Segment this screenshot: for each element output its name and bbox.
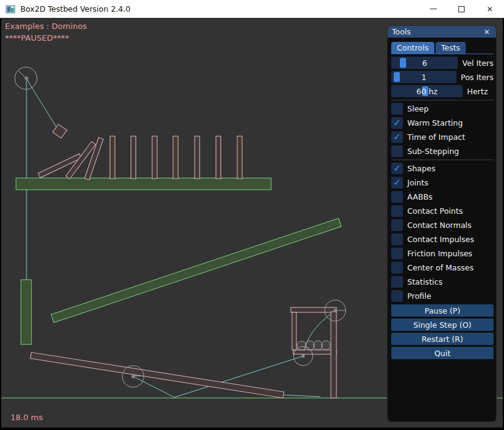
slider-vel-iters[interactable]: 6	[391, 57, 458, 69]
frame-left-post	[292, 312, 296, 350]
tools-panel-body: ControlsTests 6Vel Iters1Pos Iters60 hzH…	[388, 38, 496, 359]
box2d-testbed-window: { "window": { "title": "Box2D Testbed Ve…	[0, 0, 504, 430]
diagonal-green-plank	[51, 218, 341, 322]
checkbox-contact-impulses[interactable]	[391, 233, 403, 245]
checkbox-label: AABBs	[407, 192, 433, 201]
panel-close-icon[interactable]: ✕	[482, 28, 492, 36]
upright-domino-1	[110, 136, 115, 179]
joint-pendulum-to-box	[26, 79, 59, 131]
frame-time-label: 18.0 ms	[10, 413, 43, 422]
tools-panel-title: Tools	[392, 27, 482, 36]
checkbox-row-warm-starting: ✓Warm Starting	[391, 117, 494, 129]
restart-r-button[interactable]: Restart (R)	[391, 333, 494, 345]
upright-domino-5	[195, 136, 200, 179]
checkbox-sleep[interactable]	[391, 103, 403, 115]
dynamic-bodies	[30, 124, 336, 398]
maximize-button[interactable]	[447, 0, 476, 18]
slider-label: Hertz	[467, 87, 488, 96]
domino-platform	[16, 178, 271, 190]
checkbox-label: Statistics	[407, 277, 442, 286]
paused-label: ****PAUSED****	[5, 33, 69, 43]
checkbox-group-draw: ✓Shapes✓JointsAABBsContact PointsContact…	[391, 163, 494, 302]
checkbox-label: Sub-Stepping	[407, 147, 459, 156]
checkbox-contact-normals[interactable]	[391, 219, 403, 231]
checkbox-label: Shapes	[407, 164, 436, 173]
slider-hertz[interactable]: 60 hz	[391, 85, 463, 97]
checkbox-label: Friction Impulses	[407, 249, 473, 258]
checkbox-label: Profile	[407, 291, 431, 301]
slider-label: Pos Iters	[461, 73, 494, 82]
checkbox-row-aabbs: AABBs	[391, 191, 494, 203]
slider-rows: 6Vel Iters1Pos Iters60 hzHertz	[391, 57, 494, 97]
ball-1	[297, 341, 306, 351]
separator	[391, 100, 494, 100]
checkbox-contact-points[interactable]	[391, 205, 403, 217]
checkbox-label: Sleep	[407, 104, 429, 113]
ball-3	[314, 341, 323, 350]
checkbox-label: Contact Normals	[407, 221, 471, 230]
checkbox-row-shapes: ✓Shapes	[391, 163, 494, 174]
close-icon: ✕	[487, 5, 493, 14]
anchor-markers	[25, 77, 337, 378]
tab-controls[interactable]: Controls	[391, 42, 434, 54]
frame-shelf	[293, 350, 336, 354]
checkbox-friction-impulses[interactable]	[391, 248, 403, 259]
tab-tests[interactable]: Tests	[436, 42, 466, 54]
checkbox-row-sub-stepping: Sub-Stepping	[391, 145, 494, 157]
slider-value: 6	[391, 57, 458, 69]
checkbox-row-contact-impulses: Contact Impulses	[391, 233, 494, 245]
checkbox-label: Center of Masses	[407, 263, 474, 272]
pause-p-button[interactable]: Pause (P)	[391, 304, 494, 317]
close-button[interactable]: ✕	[476, 0, 504, 18]
upright-domino-4	[173, 136, 178, 179]
checkbox-row-sleep: Sleep	[391, 103, 494, 115]
checkbox-label: Time of Impact	[407, 132, 465, 142]
checkbox-time-of-impact[interactable]: ✓	[391, 131, 403, 143]
checkmark-icon: ✓	[393, 132, 401, 142]
checkmark-icon: ✓	[393, 118, 401, 128]
tools-panel: Tools ✕ ControlsTests 6Vel Iters1Pos Ite…	[387, 25, 497, 422]
single-step-o-button[interactable]: Single Step (O)	[391, 318, 494, 331]
upright-domino-6	[216, 136, 221, 179]
checkbox-label: Joints	[407, 178, 428, 187]
tools-panel-header[interactable]: Tools ✕	[388, 26, 496, 38]
checkbox-label: Contact Points	[407, 206, 463, 216]
checkbox-row-statistics: Statistics	[391, 276, 494, 288]
slider-label: Vel Iters	[462, 59, 494, 68]
titlebar[interactable]: Box2D Testbed Version 2.4.0 ✕	[0, 0, 504, 18]
slider-pos-iters[interactable]: 1	[391, 71, 457, 83]
checkbox-row-contact-points: Contact Points	[391, 205, 494, 217]
slider-row-hertz: 60 hzHertz	[391, 85, 494, 97]
checkbox-group-sim: Sleep✓Warm Starting✓Time of ImpactSub-St…	[391, 103, 494, 157]
checkbox-joints[interactable]: ✓	[391, 177, 403, 189]
checkbox-row-time-of-impact: ✓Time of Impact	[391, 131, 494, 143]
minimize-icon	[430, 9, 437, 9]
checkbox-label: Warm Starting	[407, 118, 463, 128]
newton-balls	[297, 341, 330, 350]
minimize-button[interactable]	[419, 0, 447, 18]
tall-green-block	[21, 280, 31, 344]
checkbox-center-of-masses[interactable]	[391, 262, 403, 274]
checkbox-shapes[interactable]: ✓	[391, 163, 403, 174]
checkbox-aabbs[interactable]	[391, 191, 403, 203]
checkbox-statistics[interactable]	[391, 276, 403, 288]
anchor-marker	[302, 355, 305, 358]
ball-2	[306, 341, 315, 350]
slider-value: 60 hz	[391, 85, 463, 97]
checkbox-profile[interactable]	[391, 290, 403, 302]
window-title: Box2D Testbed Version 2.4.0	[20, 4, 131, 14]
checkbox-sub-stepping[interactable]	[391, 145, 403, 157]
quit-button[interactable]: Quit	[391, 347, 494, 359]
joint-ground-rope	[284, 395, 320, 397]
upright-domino-2	[131, 136, 136, 179]
checkbox-warm-starting[interactable]: ✓	[391, 117, 403, 129]
maximize-icon	[458, 6, 465, 12]
checkbox-row-center-of-masses: Center of Masses	[391, 262, 494, 274]
app-icon	[6, 4, 15, 14]
pendulum-box	[52, 124, 67, 139]
slider-row-pos-iters: 1Pos Iters	[391, 71, 494, 83]
checkmark-icon: ✓	[393, 178, 401, 187]
checkbox-row-friction-impulses: Friction Impulses	[391, 248, 494, 259]
example-label: Examples : Dominos	[5, 22, 87, 31]
ball-4	[322, 341, 331, 350]
